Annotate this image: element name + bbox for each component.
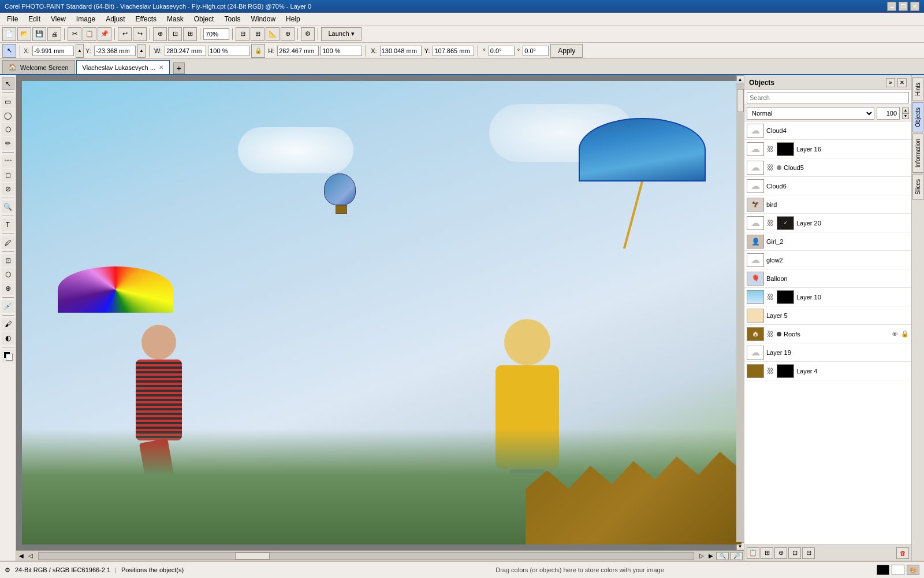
transform-button[interactable]: ⊕	[153, 27, 167, 41]
cut-button[interactable]: ✂	[68, 27, 81, 41]
zoom-in-button[interactable]: 🔎	[730, 552, 743, 560]
obj-btn-5[interactable]: ⊟	[802, 547, 815, 559]
redo-button[interactable]: ↪	[133, 27, 147, 41]
smear-tool[interactable]: ⊘	[2, 183, 14, 195]
copy-button[interactable]: 📋	[83, 27, 96, 41]
objects-search-input[interactable]	[747, 92, 909, 103]
canvas-area[interactable]: ▲ ▼ ◀ ◁ ▷ ▶ 🔍 🔎	[16, 75, 744, 561]
next-page-button[interactable]: ▷	[698, 553, 706, 559]
angle2-input[interactable]	[523, 46, 549, 56]
ruler-button[interactable]: 📐	[266, 27, 280, 41]
slices-tab[interactable]: Slices	[912, 174, 923, 200]
opacity-up-button[interactable]: ▲	[902, 108, 909, 113]
layer-row-16[interactable]: ⛓ Layer 16	[744, 140, 911, 158]
fg-bg-color[interactable]	[2, 350, 14, 362]
menu-object[interactable]: Object	[189, 14, 219, 24]
menu-file[interactable]: File	[2, 14, 23, 24]
options-button[interactable]: ⚙	[301, 27, 315, 41]
menu-mask[interactable]: Mask	[162, 14, 188, 24]
opacity-input[interactable]	[877, 107, 900, 120]
y-input[interactable]	[94, 46, 136, 56]
snap-button[interactable]: ⊟	[236, 27, 249, 41]
new-layer-button[interactable]: 📋	[747, 547, 759, 559]
text-tool[interactable]: T	[2, 218, 14, 231]
menu-help[interactable]: Help	[281, 14, 305, 24]
layer-row-5[interactable]: Layer 5	[744, 306, 911, 325]
apply-button[interactable]: Apply	[550, 44, 583, 58]
fill-tool[interactable]: ⬡	[2, 268, 14, 281]
scroll-right-button[interactable]: ▶	[707, 553, 715, 559]
fg-color-swatch[interactable]	[877, 565, 889, 575]
canvas-content[interactable]	[22, 81, 742, 544]
zoom-tool[interactable]: 🔍	[2, 201, 14, 213]
menu-window[interactable]: Window	[246, 14, 280, 24]
layer-row-10[interactable]: ⛓ Layer 10	[744, 288, 911, 306]
panel-expand-button[interactable]: »	[886, 78, 895, 87]
bg-color-swatch[interactable]	[892, 565, 904, 575]
pick-tool[interactable]: ↖	[2, 77, 14, 90]
layer-eye-roofs[interactable]: 👁	[891, 331, 899, 338]
paste-button[interactable]: 📌	[98, 27, 111, 41]
menu-edit[interactable]: Edit	[24, 14, 45, 24]
guidelines-button[interactable]: ⊕	[281, 27, 295, 41]
maximize-button[interactable]: 🗖	[899, 2, 908, 11]
zoom-input[interactable]	[203, 28, 229, 40]
y2-input[interactable]	[433, 46, 474, 56]
tab-home[interactable]: 🏠 Welcome Screen	[2, 60, 75, 74]
x2-input[interactable]	[380, 46, 422, 56]
delete-layer-button[interactable]: 🗑	[896, 547, 909, 559]
layer-row-bird[interactable]: bird	[744, 195, 911, 214]
opacity-down-button[interactable]: ▼	[902, 113, 909, 119]
hints-tab[interactable]: Hints	[912, 77, 923, 101]
tab-close-button[interactable]: ✕	[159, 64, 163, 71]
layer-row-20[interactable]: ⛓ ✓ Layer 20	[744, 214, 911, 232]
layer-row-balloon[interactable]: Balloon	[744, 269, 911, 288]
merge-button[interactable]: ⊕	[774, 547, 787, 559]
crop-tool[interactable]: ⊡	[2, 254, 14, 267]
menu-view[interactable]: View	[46, 14, 70, 24]
layer-row-19[interactable]: Layer 19	[744, 343, 911, 362]
eraser-tool[interactable]: ◻	[2, 169, 14, 181]
eyedropper-tool[interactable]: 💉	[2, 300, 14, 313]
layer-row-glow2[interactable]: glow2	[744, 251, 911, 269]
close-button[interactable]: ✕	[910, 2, 919, 11]
panel-close-button[interactable]: ✕	[897, 78, 907, 87]
h-pct-input[interactable]	[321, 46, 362, 56]
new-button[interactable]: 📄	[2, 27, 16, 41]
minimize-button[interactable]: 🗕	[887, 2, 896, 11]
information-tab[interactable]: Information	[912, 134, 923, 173]
rectangle-tool[interactable]: ▭	[2, 95, 14, 108]
layer-row-cloud5[interactable]: ⛓ Cloud5	[744, 158, 911, 177]
blend-tool[interactable]: ⊕	[2, 282, 14, 295]
select-tool-active[interactable]: ↖	[2, 44, 16, 58]
crop-button[interactable]: ⊡	[168, 27, 182, 41]
x-spinup[interactable]: ▲	[76, 44, 84, 58]
menu-image[interactable]: Image	[72, 14, 100, 24]
grid-button[interactable]: ⊞	[251, 27, 264, 41]
print-button[interactable]: 🖨	[47, 27, 61, 41]
layer-row-cloud4[interactable]: Cloud4	[744, 121, 911, 140]
angle1-input[interactable]	[489, 46, 515, 56]
dodge-tool[interactable]: ◐	[2, 332, 14, 344]
y-spinup[interactable]: ▲	[137, 44, 146, 58]
hscroll-track[interactable]	[38, 552, 694, 560]
zoom-out-button[interactable]: 🔍	[716, 552, 729, 560]
launch-button[interactable]: Launch ▾	[321, 27, 362, 41]
layer-lock-roofs[interactable]: 🔒	[901, 330, 909, 338]
ellipse-tool[interactable]: ◯	[2, 109, 14, 122]
layer-row-cloud6[interactable]: Cloud6	[744, 177, 911, 195]
paint-tool[interactable]: 🖌	[2, 318, 14, 331]
group-layers-button[interactable]: ⊞	[761, 547, 773, 559]
menu-adjust[interactable]: Adjust	[101, 14, 129, 24]
w-input[interactable]	[165, 46, 206, 56]
path-tool[interactable]: ✏	[2, 137, 14, 150]
h-input[interactable]	[277, 46, 319, 56]
objects-tab[interactable]: Objects	[912, 102, 923, 132]
scroll-left-button[interactable]: ◀	[17, 553, 25, 559]
settings-icon[interactable]: ⚙	[5, 566, 10, 574]
new-tab-button[interactable]: +	[173, 62, 185, 74]
open-button[interactable]: 📂	[17, 27, 31, 41]
menu-tools[interactable]: Tools	[219, 14, 245, 24]
scroll-track[interactable]	[736, 83, 744, 542]
prev-page-button[interactable]: ◁	[27, 553, 35, 559]
